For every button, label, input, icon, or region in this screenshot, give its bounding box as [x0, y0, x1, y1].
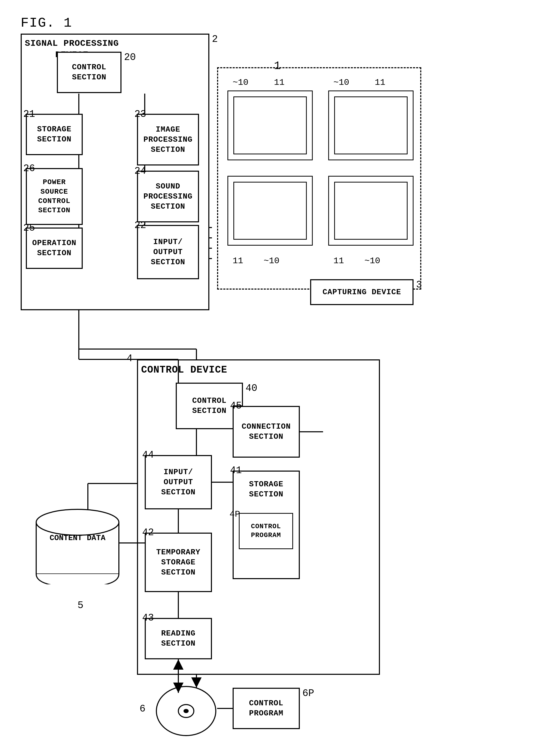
- ref-21: 21: [23, 109, 35, 120]
- ref-4: 4: [127, 353, 132, 364]
- ref-26: 26: [23, 163, 35, 174]
- ref-11-tr: 11: [375, 77, 385, 87]
- ref-3: 3: [416, 279, 422, 290]
- storage-section-bottom-label: STORAGE SECTION: [249, 480, 283, 500]
- svg-point-30: [36, 509, 119, 535]
- svg-point-33: [183, 709, 189, 713]
- input-output-section-bottom-label: INPUT/ OUTPUT SECTION: [161, 467, 195, 497]
- sound-processing-section-label: SOUND PROCESSING SECTION: [143, 182, 192, 212]
- capturing-device-box: CAPTURING DEVICE: [310, 279, 413, 305]
- ref-10-br: ~10: [364, 256, 380, 266]
- cylinder-svg: [34, 507, 122, 584]
- ref-25: 25: [23, 222, 35, 233]
- screen-tl: [227, 91, 313, 160]
- ref-42: 42: [142, 527, 154, 538]
- control-program-inner-label: CONTROL PROGRAM: [251, 522, 281, 540]
- ref-11-br: 11: [333, 256, 344, 266]
- ref-44: 44: [142, 450, 154, 460]
- ref-11-tl: 11: [274, 77, 285, 87]
- image-processing-section-label: IMAGE PROCESSING SECTION: [143, 125, 192, 155]
- ref-1: 1: [274, 59, 281, 73]
- storage-section-bottom-box: STORAGE SECTION CONTROL PROGRAM: [233, 471, 300, 579]
- figure-label: FIG. 1: [21, 15, 72, 31]
- ref-20: 20: [124, 52, 136, 63]
- power-source-control-section-label: POWER SOURCE CONTROL SECTION: [38, 178, 70, 216]
- content-data-cylinder: CONTENT DATA: [34, 507, 122, 584]
- control-program-inner-box: CONTROL PROGRAM: [239, 513, 293, 549]
- control-device-label: CONTROL DEVICE: [141, 363, 227, 376]
- content-data-label: CONTENT DATA: [34, 533, 122, 543]
- power-source-control-section-box: POWER SOURCE CONTROL SECTION: [26, 168, 83, 225]
- ref-41: 41: [230, 465, 242, 476]
- temporary-storage-section-box: TEMPORARY STORAGE SECTION: [145, 533, 212, 592]
- sound-processing-section-box: SOUND PROCESSING SECTION: [137, 171, 199, 222]
- ref-5: 5: [77, 600, 83, 611]
- input-output-section-top-label: INPUT/ OUTPUT SECTION: [151, 237, 185, 267]
- connection-section-box: CONNECTION SECTION: [233, 406, 300, 458]
- connection-section-label: CONNECTION SECTION: [242, 422, 291, 442]
- control-section-top-box: CONTROL SECTION: [57, 52, 122, 93]
- ref-40: 40: [245, 383, 257, 394]
- input-output-section-bottom-box: INPUT/ OUTPUT SECTION: [145, 455, 212, 509]
- ref-23: 23: [134, 109, 146, 120]
- ref-10-tl: ~10: [233, 77, 248, 87]
- image-processing-section-box: IMAGE PROCESSING SECTION: [137, 114, 199, 165]
- ref-10-tr: ~10: [333, 77, 349, 87]
- ref-22: 22: [134, 220, 146, 231]
- ref-11-bl: 11: [233, 256, 243, 266]
- operation-section-box: OPERATION SECTION: [26, 227, 83, 269]
- control-program-outer-box: CONTROL PROGRAM: [233, 688, 300, 729]
- temporary-storage-section-label: TEMPORARY STORAGE SECTION: [156, 547, 200, 578]
- reading-section-label: READING SECTION: [161, 628, 195, 649]
- ref-43: 43: [142, 612, 154, 624]
- screen-tr: [328, 91, 413, 160]
- control-section-top-label: CONTROL SECTION: [72, 62, 106, 82]
- screen-br: [328, 176, 413, 246]
- ref-24: 24: [134, 165, 146, 177]
- screen-bl: [227, 176, 313, 246]
- ref-10-bl: ~10: [264, 256, 279, 266]
- ref-6p: 6P: [302, 688, 314, 699]
- input-output-section-top-box: INPUT/ OUTPUT SECTION: [137, 225, 199, 279]
- reading-section-box: READING SECTION: [145, 618, 212, 659]
- capturing-device-label: CAPTURING DEVICE: [323, 287, 401, 297]
- storage-section-label: STORAGE SECTION: [37, 124, 71, 145]
- disc-shape: [155, 685, 217, 737]
- control-program-outer-label: CONTROL PROGRAM: [249, 698, 283, 718]
- ref-4p: 4P: [230, 509, 240, 519]
- diagram: FIG. 1 SIGNAL PROCESSING DEVICE 2 CONTRO…: [0, 0, 535, 756]
- disc-svg: [155, 685, 217, 737]
- ref-45: 45: [230, 400, 242, 411]
- control-section-bottom-label: CONTROL SECTION: [192, 396, 226, 416]
- ref-6: 6: [140, 703, 146, 714]
- ref-2: 2: [212, 34, 218, 45]
- storage-section-box: STORAGE SECTION: [26, 114, 83, 155]
- operation-section-label: OPERATION SECTION: [32, 238, 76, 258]
